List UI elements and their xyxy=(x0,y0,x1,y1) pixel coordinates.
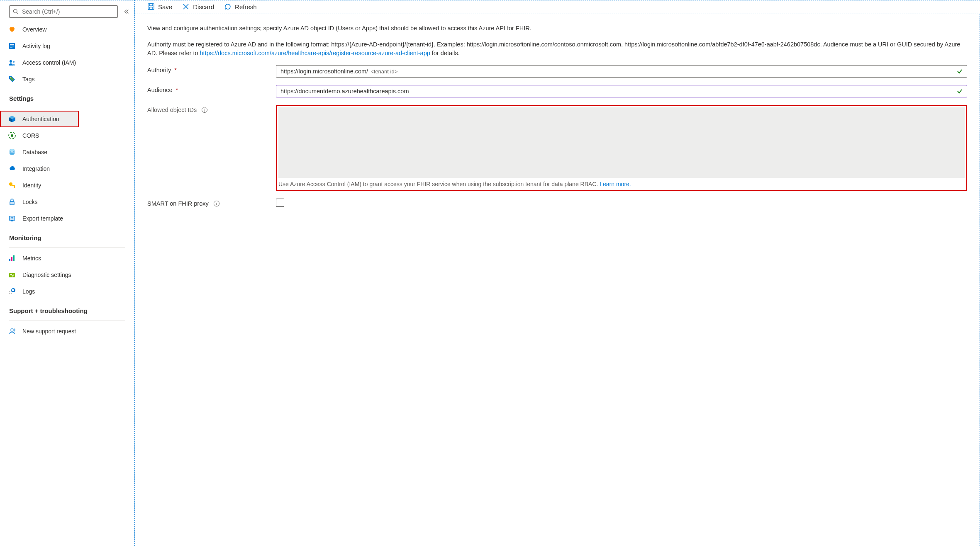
sidebar-item-locks[interactable]: Locks xyxy=(0,194,134,210)
audience-input[interactable]: https://documentdemo.azurehealthcareapis… xyxy=(276,85,967,97)
svg-rect-19 xyxy=(14,186,15,188)
sidebar-item-identity[interactable]: Identity xyxy=(0,177,134,194)
overview-icon xyxy=(8,26,16,33)
svg-rect-35 xyxy=(13,289,14,291)
svg-rect-29 xyxy=(9,291,10,292)
identity-icon xyxy=(8,182,16,189)
discard-icon xyxy=(182,3,190,10)
info-icon[interactable]: i xyxy=(202,107,207,113)
sidebar-item-logs[interactable]: Logs xyxy=(0,283,134,300)
search-input[interactable] xyxy=(22,8,114,15)
intro-text-2: Authority must be registered to Azure AD… xyxy=(147,40,967,58)
diagnostic-settings-icon xyxy=(8,271,16,279)
form-row-allowed-object-ids: Allowed object IDs i Use Azure Access Co… xyxy=(147,105,967,191)
sidebar-item-label: Identity xyxy=(22,182,41,189)
authority-input[interactable]: https://login.microsoftonline.com/ <tena… xyxy=(276,65,967,78)
cors-icon xyxy=(8,132,16,139)
svg-rect-34 xyxy=(12,289,13,291)
toolbar-label: Discard xyxy=(193,3,214,10)
toolbar-label: Save xyxy=(158,3,172,10)
authority-label: Authority* xyxy=(147,65,276,73)
sidebar-item-access-control[interactable]: Access control (IAM) xyxy=(0,54,134,71)
intro-text-1: View and configure authentication settin… xyxy=(147,24,967,33)
toolbar: Save Discard Refresh xyxy=(135,0,980,14)
smart-on-fhir-label: SMART on FHIR proxy i xyxy=(147,199,276,207)
discard-button[interactable]: Discard xyxy=(182,3,214,10)
locks-icon xyxy=(8,198,16,206)
sidebar-item-label: Locks xyxy=(22,199,38,205)
sidebar-item-label: Logs xyxy=(22,288,35,295)
sidebar-item-label: Overview xyxy=(22,26,46,33)
support-request-icon xyxy=(8,328,16,335)
svg-rect-5 xyxy=(10,47,12,48)
search-icon xyxy=(13,9,19,15)
form-row-smart-on-fhir: SMART on FHIR proxy i xyxy=(147,199,967,208)
docs-link[interactable]: https://docs.microsoft.com/azure/healthc… xyxy=(200,50,430,56)
search-box[interactable] xyxy=(9,5,118,18)
sidebar-item-authentication[interactable]: Authentication xyxy=(0,111,79,127)
sidebar-group-support: Support + troubleshooting xyxy=(0,300,134,318)
svg-line-1 xyxy=(17,12,18,14)
sidebar-item-overview[interactable]: Overview xyxy=(0,21,134,38)
audience-label: Audience* xyxy=(147,85,276,93)
search-row xyxy=(0,4,134,21)
svg-rect-3 xyxy=(10,44,14,45)
valid-check-icon xyxy=(957,88,963,94)
svg-rect-37 xyxy=(148,4,154,10)
svg-point-6 xyxy=(10,60,12,63)
sidebar-item-diagnostic-settings[interactable]: Diagnostic settings xyxy=(0,267,134,283)
sidebar-item-label: Diagnostic settings xyxy=(22,272,71,278)
sidebar-item-label: New support request xyxy=(22,328,76,335)
sidebar-item-database[interactable]: DB Database xyxy=(0,144,134,160)
info-icon[interactable]: i xyxy=(214,201,219,206)
svg-point-36 xyxy=(11,329,13,331)
sidebar-item-label: Tags xyxy=(22,76,35,83)
metrics-icon xyxy=(8,255,16,262)
sidebar-item-label: Database xyxy=(22,149,47,155)
svg-point-13 xyxy=(11,134,13,137)
learn-more-link[interactable]: Learn more. xyxy=(600,181,631,187)
integration-icon xyxy=(8,165,16,172)
sidebar-item-label: Export template xyxy=(22,215,63,222)
svg-rect-4 xyxy=(10,46,14,46)
svg-rect-31 xyxy=(9,293,10,294)
sidebar-item-export-template[interactable]: Export template xyxy=(0,210,134,227)
authority-value: https://login.microsoftonline.com/ <tena… xyxy=(280,68,953,75)
svg-rect-18 xyxy=(12,185,15,186)
form-row-audience: Audience* https://documentdemo.azureheal… xyxy=(147,85,967,97)
sidebar-item-label: Activity log xyxy=(22,43,50,49)
toolbar-label: Refresh xyxy=(235,3,257,10)
tags-icon xyxy=(8,75,16,83)
sidebar-item-label: CORS xyxy=(22,132,39,139)
export-template-icon xyxy=(8,215,16,222)
sidebar-item-label: Access control (IAM) xyxy=(22,59,76,66)
sidebar-item-tags[interactable]: Tags xyxy=(0,71,134,87)
authentication-icon xyxy=(8,115,16,123)
sidebar-item-new-support-request[interactable]: New support request xyxy=(0,323,134,340)
sidebar-item-metrics[interactable]: Metrics xyxy=(0,250,134,267)
refresh-button[interactable]: Refresh xyxy=(224,3,257,10)
allowed-object-ids-box xyxy=(278,107,965,178)
sidebar-item-activity-log[interactable]: Activity log xyxy=(0,38,134,54)
refresh-icon xyxy=(224,3,232,10)
save-icon xyxy=(147,3,155,10)
audience-value: https://documentdemo.azurehealthcareapis… xyxy=(280,88,953,95)
sidebar-group-settings: Settings xyxy=(0,87,134,105)
sidebar-item-integration[interactable]: Integration xyxy=(0,160,134,177)
form-row-authority: Authority* https://login.microsoftonline… xyxy=(147,65,967,78)
divider xyxy=(9,247,125,248)
allowed-object-ids-helper: Use Azure Access Control (IAM) to grant … xyxy=(278,180,965,189)
divider xyxy=(9,108,125,108)
sidebar-item-cors[interactable]: CORS xyxy=(0,127,134,144)
allowed-object-ids-highlight: Use Azure Access Control (IAM) to grant … xyxy=(276,105,967,191)
divider xyxy=(9,320,125,320)
database-icon: DB xyxy=(8,148,16,156)
svg-rect-38 xyxy=(149,4,153,6)
save-button[interactable]: Save xyxy=(147,3,172,10)
allowed-object-ids-label: Allowed object IDs i xyxy=(147,105,276,113)
svg-rect-23 xyxy=(11,221,13,221)
svg-point-0 xyxy=(13,9,17,13)
svg-rect-27 xyxy=(13,255,15,261)
collapse-sidebar-button[interactable] xyxy=(122,7,131,16)
smart-on-fhir-checkbox[interactable] xyxy=(276,199,284,207)
